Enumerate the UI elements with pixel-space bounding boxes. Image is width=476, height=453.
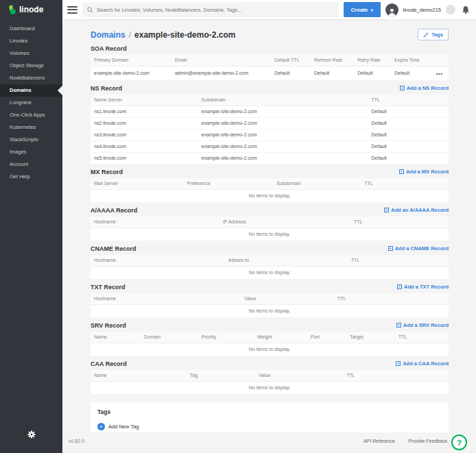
tags-button[interactable]: Tags <box>418 29 449 40</box>
row-actions-menu-button[interactable]: ••• <box>436 71 443 76</box>
column-header: Preference <box>184 178 274 189</box>
table-cell: ns4.linode.com <box>91 141 198 152</box>
notifications-badge-icon[interactable] <box>446 5 455 14</box>
sidebar-item-one-click-apps[interactable]: One-Click Apps <box>0 109 62 121</box>
section-srv: SRV Record+Add a SRV RecordNameDomainPri… <box>91 321 449 356</box>
add-caa-record-link[interactable]: +Add a CAA Record <box>396 360 449 367</box>
add-new-tag-label: Add New Tag <box>108 424 139 430</box>
sidebar: linode DashboardLinodesVolumesObject Sto… <box>0 0 62 453</box>
section-a-aaaa: A/AAAA Record+Add an A/AAAA RecordHostna… <box>91 206 449 241</box>
table-cell: Default <box>368 118 449 129</box>
table-cell: ns3.linode.com <box>91 130 198 140</box>
table-row: ns1.linode.comexample-site-demo-2.comDef… <box>91 106 449 118</box>
column-header: Value <box>241 293 334 304</box>
a-aaaa-table: HostnameIP AddressTTLNo items to display… <box>91 217 449 241</box>
column-header: Hostname <box>91 217 219 228</box>
table-cell: example-site-demo-2.com <box>198 153 368 164</box>
add-cname-record-link[interactable]: +Add a CNAME Record <box>388 245 449 252</box>
sidebar-item-stackscripts[interactable]: StackScripts <box>0 134 62 146</box>
txt-table: HostnameValueTTLNo items to display. <box>91 293 449 317</box>
section-head-soa: SOA Record <box>91 44 449 53</box>
add-srv-record-link[interactable]: +Add a SRV Record <box>396 322 449 328</box>
empty-table-message: No items to display. <box>91 267 449 279</box>
sidebar-item-linodes[interactable]: Linodes <box>0 35 62 47</box>
sidebar-item-nodebalancers[interactable]: NodeBalancers <box>0 72 62 84</box>
linode-logo-icon <box>8 5 16 14</box>
section-title-srv: SRV Record <box>91 322 126 329</box>
add-txt-record-link[interactable]: +Add a TXT Record <box>397 284 449 290</box>
add-link-label: Add a NS Record <box>407 85 449 91</box>
section-title-caa: CAA Record <box>91 360 127 367</box>
search-icon <box>87 7 93 13</box>
table-header-row: HostnameIP AddressTTL <box>91 217 449 228</box>
sidebar-item-images[interactable]: Images <box>0 146 62 158</box>
page-title: example-site-demo-2.com <box>134 30 235 40</box>
top-bar: Create ▾ linode_demo215 <box>62 0 476 19</box>
help-button[interactable]: ? <box>451 434 467 450</box>
plus-square-icon: + <box>399 169 404 174</box>
table-cell: ns5.linode.com <box>91 153 198 164</box>
column-header: Subdomain <box>198 95 368 106</box>
sidebar-item-get-help[interactable]: Get Help <box>0 171 62 183</box>
column-header: TTL <box>350 217 449 228</box>
column-header: Expire Time <box>391 55 434 66</box>
user-avatar[interactable] <box>385 3 398 16</box>
section-txt: TXT Record+Add a TXT RecordHostnameValue… <box>91 282 449 317</box>
hamburger-menu-icon[interactable] <box>67 6 78 14</box>
sidebar-item-longview[interactable]: Longview <box>0 97 62 109</box>
column-header: Tag <box>187 370 255 381</box>
table-header-row: HostnameAliases toTTL <box>91 255 449 267</box>
username-menu[interactable]: linode_demo215 <box>403 7 441 13</box>
sidebar-item-object-storage[interactable]: Object Storage <box>0 60 62 72</box>
column-header: TTL <box>368 95 449 106</box>
linode-logo[interactable]: linode <box>0 0 62 19</box>
table-header-row: HostnameValueTTL <box>91 293 449 305</box>
table-header-row: Mail ServerPreferenceSubdomainTTL <box>91 178 449 190</box>
section-head-caa: CAA Record+Add a CAA Record <box>91 359 449 368</box>
create-button[interactable]: Create ▾ <box>344 2 381 17</box>
plus-square-icon: + <box>388 246 393 251</box>
search-input[interactable] <box>97 7 334 13</box>
add-ns-record-link[interactable]: +Add a NS Record <box>400 85 449 91</box>
provide-feedback-link[interactable]: Provide Feedback <box>409 439 447 443</box>
version-label[interactable]: v0.82.0 <box>69 439 84 443</box>
section-ns: NS Record+Add a NS RecordName ServerSubd… <box>91 84 449 164</box>
table-header-row: NameTagValueTTL <box>91 370 449 382</box>
section-title-soa: SOA Record <box>91 45 127 52</box>
sidebar-item-kubernetes[interactable]: Kubernetes <box>0 121 62 134</box>
sidebar-item-account[interactable]: Account <box>0 158 62 171</box>
ns-table: Name ServerSubdomainTTLns1.linode.comexa… <box>91 95 449 164</box>
add-link-label: Add a TXT Record <box>404 284 449 290</box>
column-header: Retry Rate <box>354 55 391 66</box>
tags-button-label: Tags <box>431 32 443 38</box>
table-cell: ns2.linode.com <box>91 118 198 129</box>
table-cell: Default <box>368 106 449 117</box>
column-header: Default TTL <box>271 55 311 66</box>
caa-table: NameTagValueTTLNo items to display. <box>91 370 449 394</box>
chevron-down-icon: ▾ <box>370 8 372 12</box>
table-cell: example-site-demo-2.com <box>198 106 368 117</box>
sidebar-item-domains[interactable]: Domains <box>0 84 62 97</box>
sidebar-item-dashboard[interactable]: Dashboard <box>0 23 62 35</box>
api-reference-link[interactable]: API Reference <box>364 439 395 443</box>
column-header: Weight <box>254 332 307 343</box>
add-mx-record-link[interactable]: +Add a MX Record <box>399 169 449 175</box>
add-new-tag-button[interactable]: + Add New Tag <box>97 423 139 430</box>
column-header: Email <box>171 55 271 66</box>
plus-square-icon: + <box>384 208 389 212</box>
breadcrumb-domains-link[interactable]: Domains <box>91 30 126 40</box>
table-cell: Default <box>368 130 449 140</box>
add-a-aaaa-record-link[interactable]: +Add an A/AAAA Record <box>384 207 449 213</box>
sidebar-item-volumes[interactable]: Volumes <box>0 47 62 60</box>
column-header: Priority <box>198 332 254 343</box>
gear-icon[interactable] <box>27 429 36 441</box>
empty-table-message: No items to display. <box>91 382 449 394</box>
plus-circle-icon: + <box>97 423 105 430</box>
global-search[interactable] <box>82 2 339 17</box>
add-link-label: Add a MX Record <box>406 169 449 175</box>
main-content: Domains / example-site-demo-2.com Tags S… <box>62 19 476 432</box>
bell-icon[interactable] <box>460 5 471 15</box>
mx-table: Mail ServerPreferenceSubdomainTTLNo item… <box>91 178 449 202</box>
table-row: example-site-demo-2.comadmin@example-sit… <box>91 66 449 80</box>
plus-square-icon: + <box>400 86 405 90</box>
